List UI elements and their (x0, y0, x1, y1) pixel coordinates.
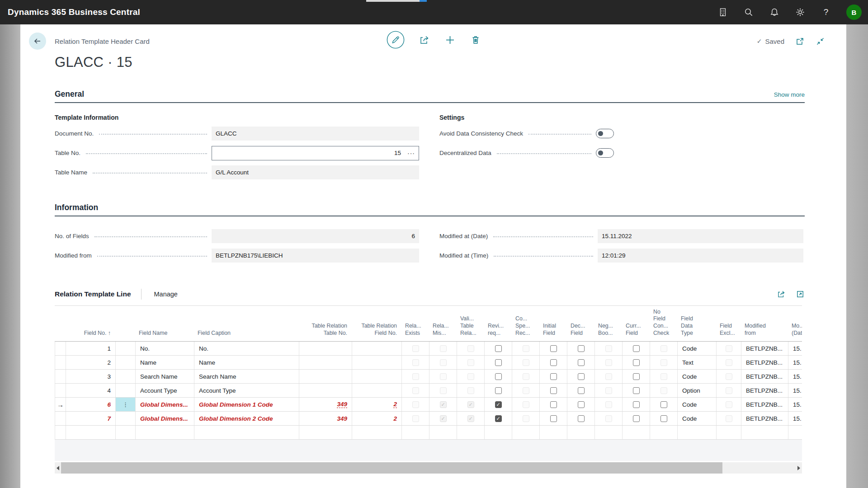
cell-modified-from[interactable]: BETLPZNB... (741, 342, 788, 355)
row-menu-cell[interactable] (115, 370, 135, 383)
no-of-fields-value[interactable]: 6 (212, 229, 419, 243)
cell-modified-from[interactable]: BETLPZNB... (741, 384, 788, 397)
scroll-right-arrow[interactable] (796, 462, 802, 474)
app-title[interactable]: Dynamics 365 Business Central (0, 7, 140, 17)
notifications-icon[interactable] (769, 7, 780, 18)
modified-from-value[interactable]: BETLPZNB175\LIEBICH (212, 249, 419, 263)
share-button[interactable] (418, 34, 430, 46)
table-row[interactable]: 4 Account Type Account Type (55, 384, 802, 398)
cell-modified-date[interactable]: 15. (788, 384, 802, 397)
cell-field-data-type[interactable]: Code (677, 398, 716, 411)
cell-field-caption[interactable]: Search Name (194, 370, 299, 383)
row-menu-cell[interactable] (115, 356, 135, 369)
share-lines-button[interactable] (776, 289, 786, 299)
col-modified-from[interactable]: Modified from (741, 306, 788, 341)
open-in-new-window-button[interactable] (795, 37, 805, 46)
cell-trt-no[interactable] (299, 342, 352, 355)
lookup-assist-button[interactable]: ··· (407, 151, 415, 155)
col-field-name[interactable]: Field Name (135, 306, 194, 341)
table-row[interactable]: 1 No. No. Code (55, 342, 802, 356)
cell-field-caption[interactable]: Account Type (194, 384, 299, 397)
avoid-data-consistency-toggle[interactable] (596, 129, 614, 138)
cell-field-no[interactable]: 2 (66, 356, 115, 369)
cell-modified-date[interactable]: 15. (788, 356, 802, 369)
cell-modified-from[interactable]: BETLPZNB... (741, 356, 788, 369)
table-name-value[interactable]: G/L Account (212, 165, 419, 179)
col-negative-boolean[interactable]: Neg... Boo... (594, 306, 622, 341)
cell-field-no[interactable]: 1 (66, 342, 115, 355)
edit-button[interactable] (387, 31, 405, 49)
cell-modified-date[interactable]: 15. (788, 370, 802, 383)
cell-trt-no[interactable] (299, 356, 352, 369)
col-relation-exists[interactable]: Rela... Exists (401, 306, 429, 341)
delete-button[interactable] (470, 34, 481, 46)
row-context-menu-button[interactable]: ⋮ (115, 398, 135, 411)
cell-field-name[interactable]: Name (135, 356, 194, 369)
col-modified-date[interactable]: Mo... (Dat... (788, 306, 802, 341)
decentralized-data-toggle[interactable] (596, 148, 614, 158)
col-validate-table-relation[interactable]: Vali... Table Rela... (457, 306, 484, 341)
cell-modified-date[interactable]: 15. (788, 398, 802, 411)
cell-trf-no[interactable] (352, 342, 401, 355)
horizontal-scrollbar[interactable] (55, 462, 802, 474)
cell-field-data-type[interactable]: Code (677, 412, 716, 425)
table-row[interactable]: 2 Name Name Text (55, 356, 802, 370)
col-review-required[interactable]: Revi... req... (484, 306, 512, 341)
document-no-value[interactable]: GLACC (212, 127, 419, 141)
add-button[interactable] (444, 34, 456, 46)
col-field-excluded[interactable]: Field Excl... (716, 306, 741, 341)
cell-trt-no[interactable] (299, 370, 352, 383)
modified-at-time-value[interactable]: 12:01:29 (598, 249, 803, 263)
cell-field-name[interactable]: Global Dimens... (135, 412, 194, 425)
cell-trf-no[interactable]: 2 (352, 412, 401, 425)
cell-field-no[interactable]: 6 (66, 398, 115, 411)
information-heading[interactable]: Information (55, 203, 98, 212)
cell-field-caption[interactable]: Global Dimension 2 Code (194, 412, 299, 425)
search-icon[interactable] (743, 7, 754, 18)
cell-trt-no[interactable] (299, 384, 352, 397)
cell-modified-from[interactable]: BETLPZNB... (741, 398, 788, 411)
lines-heading[interactable]: Relation Template Line (55, 290, 131, 298)
col-company-specific-record[interactable]: Co... Spe... Rec... (512, 306, 539, 341)
cell-field-no[interactable]: 3 (66, 370, 115, 383)
row-menu-cell[interactable] (115, 412, 135, 425)
collapse-button[interactable] (816, 37, 825, 46)
manage-menu[interactable]: Manage (154, 291, 178, 298)
modified-at-date-value[interactable]: 15.11.2022 (598, 229, 803, 243)
cell-field-name[interactable]: Account Type (135, 384, 194, 397)
col-field-no[interactable]: Field No. ↑ (66, 306, 115, 341)
cell-field-data-type[interactable]: Code (677, 342, 716, 355)
cell-field-data-type[interactable]: Option (677, 384, 716, 397)
back-button[interactable] (29, 33, 46, 50)
cell-modified-date[interactable]: 15. (788, 342, 802, 355)
col-decimal-field[interactable]: Dec... Field (567, 306, 594, 341)
col-field-data-type[interactable]: Field Data Type (677, 306, 716, 341)
scrollbar-thumb[interactable] (61, 462, 722, 474)
cell-field-no[interactable]: 4 (66, 384, 115, 397)
help-icon[interactable]: ? (821, 7, 831, 18)
cell-trf-no[interactable] (352, 370, 401, 383)
col-table-relation-field-no[interactable]: Table Relation Field No. (352, 306, 401, 341)
cell-trf-no[interactable]: 2 (352, 398, 401, 411)
user-avatar[interactable]: B (846, 5, 862, 20)
cell-modified-from[interactable]: BETLPZNB... (741, 370, 788, 383)
cell-field-caption[interactable]: Global Dimension 1 Code (194, 398, 299, 411)
office-apps-icon[interactable] (717, 7, 728, 18)
col-relation-mismatch[interactable]: Rela... Mis... (429, 306, 457, 341)
cell-field-caption[interactable]: No. (194, 342, 299, 355)
col-table-relation-table-no[interactable]: Table Relation Table No. (299, 306, 352, 341)
table-row[interactable]: 7 Global Dimens... Global Dimension 2 Co… (55, 412, 802, 426)
cell-field-no[interactable]: 7 (66, 412, 115, 425)
cell-field-data-type[interactable]: Text (677, 356, 716, 369)
open-lines-button[interactable] (796, 289, 805, 299)
row-menu-cell[interactable] (115, 384, 135, 397)
table-row[interactable]: 3 Search Name Search Name C (55, 370, 802, 384)
table-no-input[interactable]: 15 ··· (212, 146, 419, 160)
scroll-left-arrow[interactable] (55, 462, 61, 474)
cell-trt-no[interactable]: 349 (299, 398, 352, 411)
col-no-field-consistency-check[interactable]: No Field Con... Check (650, 306, 677, 341)
show-more-link[interactable]: Show more (774, 91, 805, 98)
cell-modified-date[interactable]: 15. (788, 412, 802, 425)
cell-field-caption[interactable]: Name (194, 356, 299, 369)
settings-icon[interactable] (795, 7, 806, 18)
